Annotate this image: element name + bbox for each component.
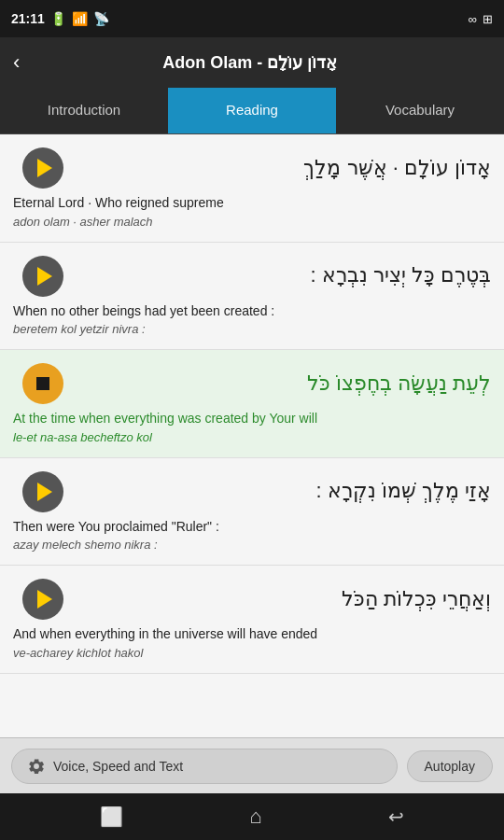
screenshot-icon: ⊞ <box>483 12 493 26</box>
autoplay-label: Autoplay <box>425 759 475 774</box>
status-left: 21:11 🔋 📶 📡 <box>11 11 109 26</box>
bottom-toolbar: Voice, Speed and Text Autoplay <box>0 737 504 793</box>
wifi-icon: 📡 <box>93 11 109 26</box>
play-button-5[interactable] <box>22 579 63 620</box>
tab-reading[interactable]: Reading <box>168 88 336 133</box>
settings-label: Voice, Speed and Text <box>53 759 183 774</box>
nav-bar: ⬜ ⌂ ↩ <box>0 793 504 840</box>
hebrew-text-3: לְעֵת נַעֲשָׂה בְחֶפְצוֹ כֹּל <box>63 370 491 399</box>
battery-icon: 🔋 <box>50 11 66 26</box>
gear-icon <box>27 757 46 776</box>
transliteration-1: adon olam · asher malach <box>13 215 491 229</box>
verse-row-5: וְאַחֲרֵי כִּכְלוֹת הַכֹּל <box>13 579 491 620</box>
transliteration-4: azay melech shemo nikra : <box>13 538 491 552</box>
back-nav-icon[interactable]: ↩ <box>388 805 404 828</box>
transliteration-2: beretem kol yetzir nivra : <box>13 322 491 336</box>
stop-button-3[interactable] <box>22 363 63 404</box>
verse-block-2: בְּטֶרֶם כָּל יְצִיר נִבְרָא : When no o… <box>0 243 504 351</box>
settings-button[interactable]: Voice, Speed and Text <box>11 749 398 784</box>
translation-3: At the time when everything was created … <box>13 410 491 428</box>
signal-icon: 📶 <box>72 11 88 26</box>
status-bar: 21:11 🔋 📶 📡 ∞ ⊞ <box>0 0 504 37</box>
title-bar: ‹ Adon Olam - אָדוֹן עוֹלָם <box>0 37 504 88</box>
transliteration-3: le-et na-asa becheftzo kol <box>13 430 491 444</box>
home-icon[interactable]: ⌂ <box>249 805 261 829</box>
play-icon-2 <box>37 267 52 286</box>
voicemail-icon: ∞ <box>469 12 477 26</box>
hebrew-text-5: וְאַחֲרֵי כִּכְלוֹת הַכֹּל <box>63 585 491 614</box>
play-icon-1 <box>37 159 52 177</box>
verse-block-5: וְאַחֲרֵי כִּכְלוֹת הַכֹּל And when ever… <box>0 566 504 674</box>
stop-icon-3 <box>36 377 49 390</box>
verse-row-2: בְּטֶרֶם כָּל יְצִיר נִבְרָא : <box>13 256 491 297</box>
content-area: אָדוֹן עוֹלָם · אֲשֶׁר מָלַךְ Eternal Lo… <box>0 134 504 737</box>
play-button-4[interactable] <box>22 471 63 512</box>
verse-row-1: אָדוֹן עוֹלָם · אֲשֶׁר מָלַךְ <box>13 147 491 189</box>
status-right: ∞ ⊞ <box>469 12 493 26</box>
hebrew-text-1: אָדוֹן עוֹלָם · אֲשֶׁר מָלַךְ <box>63 154 491 183</box>
play-button-1[interactable] <box>22 147 63 189</box>
play-icon-4 <box>37 483 52 501</box>
page-title: Adon Olam - אָדוֹן עוֹלָם <box>31 52 469 73</box>
autoplay-button[interactable]: Autoplay <box>407 750 493 782</box>
tab-vocabulary[interactable]: Vocabulary <box>336 88 504 133</box>
back-button[interactable]: ‹ <box>13 50 20 75</box>
verse-row-3: לְעֵת נַעֲשָׂה בְחֶפְצוֹ כֹּל <box>13 363 491 404</box>
translation-4: Then were You proclaimed "Ruler" : <box>13 518 491 537</box>
translation-5: And when everything in the universe will… <box>13 625 491 644</box>
verse-block-4: אָזַי מֶלֶךְ שְׁמוֹ נִקְרָא : Then were … <box>0 458 504 567</box>
verse-row-4: אָזַי מֶלֶךְ שְׁמוֹ נִקְרָא : <box>13 471 491 512</box>
play-icon-5 <box>37 590 52 609</box>
recent-apps-icon[interactable]: ⬜ <box>100 805 123 828</box>
verse-block-3: לְעֵת נַעֲשָׂה בְחֶפְצוֹ כֹּל At the tim… <box>0 350 504 458</box>
hebrew-text-2: בְּטֶרֶם כָּל יְצִיר נִבְרָא : <box>63 261 491 290</box>
play-button-2[interactable] <box>22 256 63 297</box>
time-display: 21:11 <box>11 11 45 26</box>
transliteration-5: ve-acharey kichlot hakol <box>13 646 491 660</box>
translation-1: Eternal Lord · Who reigned supreme <box>13 194 491 213</box>
translation-2: When no other beings had yet been create… <box>13 302 491 321</box>
verse-block-1: אָדוֹן עוֹלָם · אֲשֶׁר מָלַךְ Eternal Lo… <box>0 134 504 243</box>
tab-bar: Introduction Reading Vocabulary <box>0 88 504 134</box>
tab-introduction[interactable]: Introduction <box>0 88 168 133</box>
hebrew-text-4: אָזַי מֶלֶךְ שְׁמוֹ נִקְרָא : <box>63 477 491 506</box>
